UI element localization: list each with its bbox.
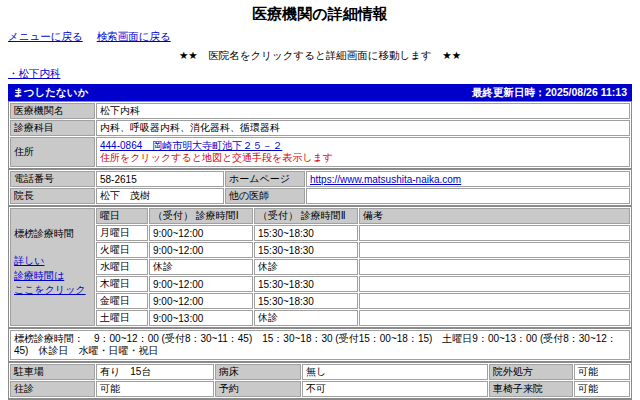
external-prescription-label: 院外処方: [489, 364, 573, 380]
day-cell: 金曜日: [96, 293, 148, 309]
schedule-label: 標榜診療時間: [14, 227, 91, 241]
page-title: 医療機関の詳細情報: [8, 0, 632, 24]
schedule-summary-table: 標榜診療時間： 9：00~12：00 (受付8：30~11：45) 15：30~…: [8, 328, 632, 362]
clinic-name-link[interactable]: ・松下内科: [8, 67, 61, 79]
parking-label: 駐車場: [10, 364, 95, 380]
reservation-label: 予約: [215, 381, 301, 397]
notice-text: ★★ 医院名をクリックすると詳細画面に移動します ★★: [8, 49, 632, 63]
address-note: 住所をクリックすると地図と交通手段を表示します: [100, 152, 333, 163]
address-cell: 444-0864 岡崎市明大寺町池下２５－２ 住所をクリックすると地図と交通手段…: [96, 137, 630, 167]
day-cell: 土曜日: [96, 310, 148, 326]
schedule-summary: 標榜診療時間： 9：00~12：00 (受付8：30~11：45) 15：30~…: [10, 330, 630, 360]
departments-label: 診療科目: [10, 120, 95, 136]
schedule-detail-link-line2[interactable]: 診療時間は: [14, 270, 64, 281]
day-cell: 火曜日: [96, 242, 148, 258]
schedule-summary-row: 標榜診療時間： 9：00~12：00 (受付8：30~11：45) 15：30~…: [10, 330, 630, 360]
schedule-row-monday: 月曜日 9:00~12:00 15:30~18:30: [10, 225, 630, 241]
schedule-header-row: 標榜診療時間 詳しい 診療時間は ここをクリック 曜日 （受付） 診療時間Ⅰ （…: [10, 208, 630, 224]
time1-cell: 9:00~12:00: [149, 242, 253, 258]
row-address: 住所 444-0864 岡崎市明大寺町池下２５－２ 住所をクリックすると地図と交…: [10, 137, 630, 167]
schedule-detail-link[interactable]: 詳しい 診療時間は ここをクリック: [14, 254, 91, 298]
external-prescription-value: 可能: [574, 364, 630, 380]
contact-table: 電話番号 58-2615 ホームページ https://www.matsushi…: [8, 169, 632, 206]
schedule-row-thursday: 木曜日 9:00~12:00 15:30~18:30: [10, 276, 630, 292]
wheelchair-value: 可能: [574, 381, 630, 397]
note-cell: [359, 293, 630, 309]
phone-label: 電話番号: [10, 171, 95, 187]
row-phone-homepage: 電話番号 58-2615 ホームページ https://www.matsushi…: [10, 171, 630, 187]
schedule-row-friday: 金曜日 9:00~12:00 15:30~18:30: [10, 293, 630, 309]
homepage-link[interactable]: https://www.matsushita-naika.com: [310, 174, 461, 185]
time2-cell: 15:30~18:30: [254, 225, 358, 241]
row-parking-beds-prescription: 駐車場 有り 15台 病床 無し 院外処方 可能: [10, 364, 630, 380]
note-cell: [359, 242, 630, 258]
menu-back-link[interactable]: メニューに戻る: [8, 30, 83, 44]
clinic-header-bar: まつしたないか 最終更新日時：2025/08/26 11:13: [8, 84, 632, 101]
search-back-link[interactable]: 検索画面に戻る: [97, 30, 171, 44]
schedule-row-tuesday: 火曜日 9:00~12:00 15:30~18:30: [10, 242, 630, 258]
last-updated: 最終更新日時：2025/08/26 11:13: [472, 86, 627, 100]
address-label: 住所: [10, 137, 95, 167]
page: 医療機関の詳細情報 メニューに戻る 検索画面に戻る ★★ 医院名をクリックすると…: [0, 0, 640, 400]
schedule-label-cell: 標榜診療時間 詳しい 診療時間は ここをクリック: [10, 208, 95, 326]
schedule-row-saturday: 土曜日 9:00~13:00 休診: [10, 310, 630, 326]
note-cell: [359, 310, 630, 326]
schedule-col-time1: （受付） 診療時間Ⅰ: [149, 208, 253, 224]
note-cell: [359, 259, 630, 275]
time2-cell: 休診: [254, 310, 358, 326]
schedule-col-day: 曜日: [96, 208, 148, 224]
schedule-detail-link-line1[interactable]: 詳しい: [14, 255, 44, 266]
other-doctors-value: [306, 188, 630, 204]
clinic-kana: まつしたないか: [13, 86, 88, 100]
schedule-col-note: 備考: [359, 208, 630, 224]
homepage-label: ホームページ: [225, 171, 305, 187]
house-call-label: 往診: [10, 381, 95, 397]
time1-cell: 9:00~12:00: [149, 276, 253, 292]
departments-value: 内科、呼吸器内科、消化器科、循環器科: [96, 120, 630, 136]
institution-name-value: 松下内科: [96, 103, 630, 119]
note-cell: [359, 276, 630, 292]
institution-name-label: 医療機関名: [10, 103, 95, 119]
schedule-detail-link-line3[interactable]: ここをクリック: [14, 284, 86, 295]
director-label: 院長: [10, 188, 95, 204]
schedule-row-wednesday: 水曜日 休診 休診: [10, 259, 630, 275]
beds-value: 無し: [302, 364, 488, 380]
basic-info-table: 医療機関名 松下内科 診療科目 内科、呼吸器内科、消化器科、循環器科 住所 44…: [8, 101, 632, 169]
row-departments: 診療科目 内科、呼吸器内科、消化器科、循環器科: [10, 120, 630, 136]
time2-cell: 15:30~18:30: [254, 242, 358, 258]
parking-value: 有り 15台: [96, 364, 214, 380]
other-doctors-label: 他の医師: [225, 188, 305, 204]
time1-cell: 休診: [149, 259, 253, 275]
day-cell: 月曜日: [96, 225, 148, 241]
wheelchair-label: 車椅子来院: [489, 381, 573, 397]
phone-value: 58-2615: [96, 171, 224, 187]
beds-label: 病床: [215, 364, 301, 380]
schedule-table: 標榜診療時間 詳しい 診療時間は ここをクリック 曜日 （受付） 診療時間Ⅰ （…: [8, 206, 632, 328]
top-nav: メニューに戻る 検索画面に戻る: [8, 30, 632, 44]
director-value: 松下 茂樹: [96, 188, 224, 204]
time1-cell: 9:00~12:00: [149, 293, 253, 309]
time1-cell: 9:00~12:00: [149, 225, 253, 241]
day-cell: 水曜日: [96, 259, 148, 275]
amenities-table: 駐車場 有り 15台 病床 無し 院外処方 可能 往診 可能 予約 不可 車椅子…: [8, 362, 632, 399]
row-director: 院長 松下 茂樹 他の医師: [10, 188, 630, 204]
row-housecall-reservation-wheelchair: 往診 可能 予約 不可 車椅子来院 可能: [10, 381, 630, 397]
house-call-value: 可能: [96, 381, 214, 397]
clinic-name-link-row: ・松下内科: [8, 67, 632, 81]
day-cell: 木曜日: [96, 276, 148, 292]
time2-cell: 休診: [254, 259, 358, 275]
time2-cell: 15:30~18:30: [254, 276, 358, 292]
note-cell: [359, 225, 630, 241]
row-institution-name: 医療機関名 松下内科: [10, 103, 630, 119]
schedule-col-time2: （受付） 診療時間Ⅱ: [254, 208, 358, 224]
time1-cell: 9:00~13:00: [149, 310, 253, 326]
homepage-cell: https://www.matsushita-naika.com: [306, 171, 630, 187]
reservation-value: 不可: [302, 381, 488, 397]
address-link[interactable]: 444-0864 岡崎市明大寺町池下２５－２: [100, 140, 282, 151]
time2-cell: 15:30~18:30: [254, 293, 358, 309]
